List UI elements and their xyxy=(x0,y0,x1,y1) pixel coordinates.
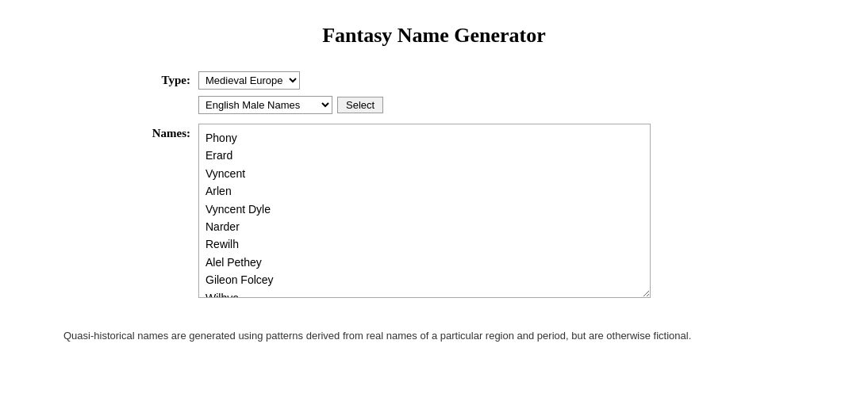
subtype-select[interactable]: English Male NamesEnglish Female NamesFr… xyxy=(198,96,332,114)
form-area: Type: Medieval EuropeAncient RomeNorseCe… xyxy=(0,71,868,298)
page-title: Fantasy Name Generator xyxy=(0,16,868,48)
names-label: Names: xyxy=(143,124,190,140)
select-button[interactable]: Select xyxy=(337,97,383,113)
subtype-row: English Male NamesEnglish Female NamesFr… xyxy=(198,96,383,114)
type-row: Type: Medieval EuropeAncient RomeNorseCe… xyxy=(143,71,300,90)
type-select[interactable]: Medieval EuropeAncient RomeNorseCelticAr… xyxy=(198,71,300,90)
footer-text: Quasi-historical names are generated usi… xyxy=(0,330,868,342)
names-row: Names: xyxy=(143,124,651,298)
page-wrapper: Fantasy Name Generator Type: Medieval Eu… xyxy=(0,0,868,401)
type-label: Type: xyxy=(143,74,190,87)
names-textarea[interactable] xyxy=(198,124,651,298)
